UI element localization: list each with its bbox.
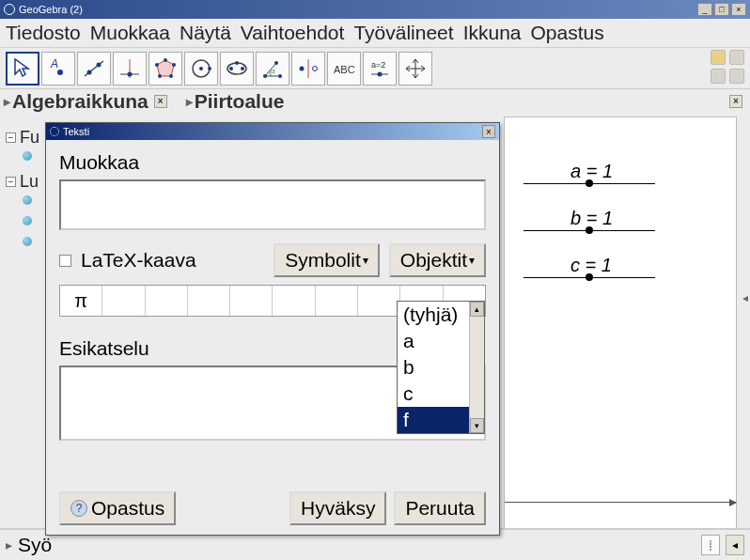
latex-label: LaTeX-kaava bbox=[81, 249, 196, 272]
objects-dropdown[interactable]: (tyhjä) a b c f ▴ ▾ bbox=[397, 301, 485, 434]
tool-line[interactable] bbox=[77, 52, 111, 86]
dropdown-scrollbar[interactable]: ▴ ▾ bbox=[469, 302, 484, 433]
ok-button[interactable]: Hyväksy bbox=[289, 491, 386, 525]
svg-point-9 bbox=[158, 74, 162, 78]
tool-polygon[interactable] bbox=[148, 52, 182, 86]
slider-c[interactable]: c = 1 bbox=[523, 277, 655, 278]
dialog-title: Teksti bbox=[63, 126, 89, 137]
tool-angle[interactable]: α bbox=[256, 52, 289, 86]
tool-move[interactable] bbox=[6, 52, 39, 86]
tool-move-view[interactable] bbox=[398, 52, 432, 86]
svg-text:ABC: ABC bbox=[334, 64, 355, 75]
algebra-tree: −Fu −Lu bbox=[6, 128, 39, 257]
tool-ellipse[interactable] bbox=[220, 52, 254, 86]
help-icon[interactable] bbox=[711, 69, 726, 84]
tree-node-lu[interactable]: Lu bbox=[20, 172, 39, 192]
tool-perpendicular[interactable] bbox=[113, 52, 147, 86]
help-button[interactable]: ? Opastus bbox=[59, 491, 176, 525]
dialog-close-button[interactable]: × bbox=[482, 125, 495, 138]
cancel-button[interactable]: Peruuta bbox=[394, 491, 486, 525]
close-button[interactable]: × bbox=[731, 3, 746, 16]
window-title: GeoGebra (2) bbox=[19, 4, 83, 15]
input-label: Syö bbox=[18, 534, 52, 556]
tool-point[interactable]: A bbox=[41, 52, 75, 86]
slider-a-label: a = 1 bbox=[570, 161, 613, 182]
menu-help[interactable]: Opastus bbox=[531, 22, 604, 44]
collapse-icon[interactable]: − bbox=[6, 132, 16, 143]
svg-point-20 bbox=[235, 61, 239, 65]
graphics-header[interactable]: ▸ Piirtoalue bbox=[186, 90, 285, 113]
slider-a[interactable]: a = 1 bbox=[523, 183, 655, 184]
symbols-button[interactable]: Symbolit▾ bbox=[273, 243, 380, 277]
app-icon bbox=[4, 4, 15, 15]
algebra-close[interactable]: × bbox=[154, 95, 167, 108]
objects-button[interactable]: Objektit▾ bbox=[389, 243, 486, 277]
slider-b[interactable]: b = 1 bbox=[523, 230, 655, 231]
menu-options[interactable]: Vaihtoehdot bbox=[241, 22, 345, 44]
toolbar: A α ABC a=2 bbox=[0, 47, 750, 88]
window-titlebar: GeoGebra (2) _ □ × bbox=[0, 0, 750, 19]
tool-text[interactable]: ABC bbox=[327, 52, 361, 86]
svg-text:A: A bbox=[50, 57, 58, 70]
tool-reflect[interactable] bbox=[291, 52, 325, 86]
svg-point-18 bbox=[229, 67, 233, 70]
input-dropdown[interactable]: ┊ bbox=[701, 535, 720, 555]
redo-icon[interactable] bbox=[729, 50, 744, 65]
tree-item[interactable] bbox=[23, 237, 32, 246]
scroll-up-icon[interactable]: ▴ bbox=[470, 302, 484, 317]
menu-tools[interactable]: Työvälineet bbox=[353, 22, 453, 44]
latex-checkbox[interactable] bbox=[59, 255, 71, 267]
svg-line-2 bbox=[85, 61, 103, 76]
svg-point-31 bbox=[378, 71, 383, 76]
svg-point-11 bbox=[172, 63, 176, 67]
menu-file[interactable]: Tiedosto bbox=[6, 22, 81, 44]
svg-point-1 bbox=[57, 70, 63, 75]
algebra-title: Algebraikkuna bbox=[12, 90, 148, 113]
collapse-icon[interactable]: − bbox=[6, 177, 16, 187]
panel-headers: ▸ Algebraikkuna × ▸ Piirtoalue × bbox=[0, 88, 750, 113]
menubar: Tiedosto Muokkaa Näytä Vaihtoehdot Työvä… bbox=[0, 19, 750, 47]
chevron-right-icon: ▸ bbox=[4, 94, 10, 109]
svg-point-4 bbox=[97, 62, 102, 67]
tree-item[interactable] bbox=[23, 195, 32, 205]
tree-item[interactable] bbox=[23, 216, 32, 226]
edit-textarea[interactable] bbox=[59, 179, 486, 230]
menu-window[interactable]: Ikkuna bbox=[463, 22, 522, 44]
svg-point-12 bbox=[164, 58, 167, 62]
chevron-right-icon: ▸ bbox=[186, 94, 193, 109]
maximize-button[interactable]: □ bbox=[714, 3, 729, 16]
svg-point-22 bbox=[263, 74, 267, 78]
menu-edit[interactable]: Muokkaa bbox=[90, 22, 170, 44]
symbol-pi[interactable]: π bbox=[60, 286, 102, 316]
graphics-canvas[interactable]: a = 1 b = 1 c = 1 3 4 5 6 7 bbox=[504, 117, 737, 532]
algebra-header[interactable]: ▸ Algebraikkuna × bbox=[4, 90, 167, 113]
tree-item[interactable] bbox=[23, 151, 32, 161]
edit-label: Muokkaa bbox=[59, 151, 486, 174]
tool-circle[interactable] bbox=[184, 52, 218, 86]
tree-node-fu[interactable]: Fu bbox=[20, 128, 39, 148]
svg-point-13 bbox=[155, 63, 159, 67]
settings-icon[interactable] bbox=[729, 69, 744, 84]
svg-point-15 bbox=[199, 67, 203, 70]
tool-slider[interactable]: a=2 bbox=[363, 52, 397, 86]
svg-marker-8 bbox=[157, 60, 174, 76]
minimize-button[interactable]: _ bbox=[697, 3, 712, 16]
scroll-down-icon[interactable]: ▾ bbox=[470, 418, 484, 433]
svg-text:α: α bbox=[271, 67, 275, 75]
dialog-icon bbox=[50, 127, 59, 136]
graphics-title: Piirtoalue bbox=[195, 90, 285, 113]
side-expand-icon[interactable]: ◂ bbox=[742, 291, 748, 304]
chevron-right-icon[interactable]: ▸ bbox=[6, 537, 12, 552]
dialog-titlebar[interactable]: Teksti × bbox=[46, 123, 499, 140]
axis-arrow-icon bbox=[729, 499, 737, 506]
x-axis bbox=[505, 502, 736, 503]
menu-view[interactable]: Näytä bbox=[180, 22, 231, 44]
input-history-button[interactable]: ◂ bbox=[726, 535, 744, 555]
undo-icon[interactable] bbox=[711, 50, 726, 65]
svg-point-3 bbox=[87, 70, 92, 74]
svg-point-23 bbox=[278, 74, 282, 78]
graphics-close[interactable]: × bbox=[729, 95, 742, 108]
svg-point-16 bbox=[208, 67, 211, 70]
svg-point-10 bbox=[169, 74, 173, 78]
svg-point-24 bbox=[274, 61, 278, 65]
